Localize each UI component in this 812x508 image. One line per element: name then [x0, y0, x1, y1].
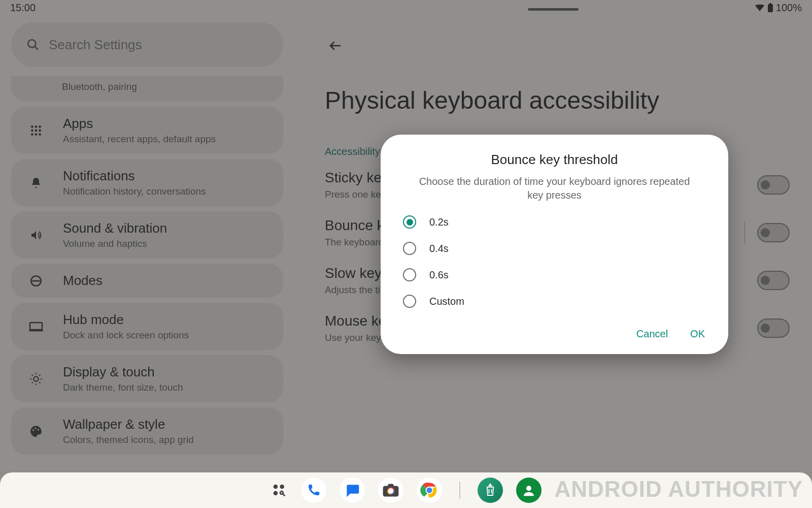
radio-option-0.2s[interactable]: 0.2s	[403, 215, 708, 229]
taskbar-divider	[459, 482, 460, 499]
radio-option-0.6s[interactable]: 0.6s	[403, 268, 708, 281]
radio-label: 0.4s	[429, 243, 449, 255]
phone-app-icon[interactable]	[301, 478, 326, 503]
watermark: ANDROID AUTHORITY	[554, 477, 803, 502]
svg-point-36	[526, 486, 531, 491]
radio-option-0.4s[interactable]: 0.4s	[403, 242, 708, 255]
svg-rect-28	[388, 484, 393, 487]
svg-line-26	[283, 494, 285, 496]
all-apps-icon[interactable]	[270, 482, 288, 499]
radio-label: 0.2s	[429, 216, 449, 228]
dialog-description: Choose the duration of time your keyboar…	[401, 175, 708, 202]
radio-icon[interactable]	[403, 215, 416, 229]
camera-app-icon[interactable]	[378, 478, 403, 503]
radio-icon[interactable]	[403, 295, 416, 308]
magisk-app-icon[interactable]	[478, 478, 503, 503]
svg-point-23	[280, 485, 284, 489]
radio-icon[interactable]	[403, 268, 416, 281]
svg-point-24	[274, 491, 278, 495]
radio-label: Custom	[429, 296, 464, 307]
radio-option-custom[interactable]: Custom	[403, 295, 708, 308]
svg-point-25	[280, 491, 283, 494]
contacts-app-icon[interactable]	[516, 478, 542, 503]
radio-icon[interactable]	[403, 242, 416, 255]
ok-button[interactable]: OK	[690, 328, 705, 340]
bounce-key-threshold-dialog: Bounce key threshold Choose the duration…	[381, 135, 728, 354]
cancel-button[interactable]: Cancel	[636, 328, 668, 340]
svg-point-22	[274, 485, 278, 489]
radio-label: 0.6s	[429, 269, 449, 281]
dialog-title: Bounce key threshold	[401, 152, 708, 168]
chrome-app-icon[interactable]	[417, 478, 442, 503]
messages-app-icon[interactable]	[340, 478, 365, 503]
